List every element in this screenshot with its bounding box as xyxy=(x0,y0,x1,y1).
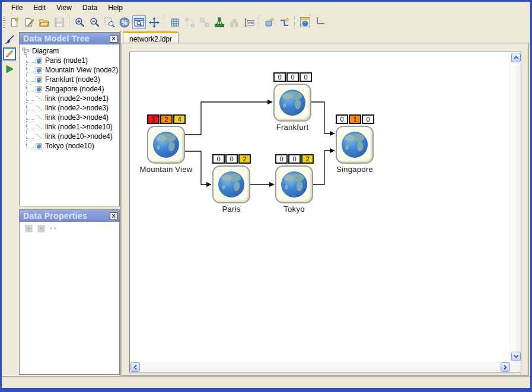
badge: 0 xyxy=(288,154,301,164)
run-icon xyxy=(5,65,14,74)
toolbar-separator xyxy=(69,17,70,28)
badges-mountain-view: 1 2 4 xyxy=(147,114,186,124)
palette-link-button[interactable] xyxy=(313,15,327,29)
scroll-right-icon[interactable] xyxy=(501,362,510,372)
menu-file[interactable]: File xyxy=(6,2,28,13)
badges-frankfurt: 0 0 0 xyxy=(273,72,312,82)
badge: 4 xyxy=(173,114,186,124)
vertical-scrollbar[interactable] xyxy=(511,52,521,362)
badge: 0 xyxy=(362,114,374,124)
style-brush-icon xyxy=(5,34,15,44)
new-node-icon xyxy=(265,17,275,27)
tree-root-diagram[interactable]: Diagram xyxy=(22,46,119,56)
horizontal-scrollbar[interactable] xyxy=(130,362,511,372)
new-document-icon xyxy=(9,17,20,27)
node-icon xyxy=(35,66,43,74)
menu-data[interactable]: Data xyxy=(77,2,103,13)
ungroup-button[interactable] xyxy=(197,15,211,29)
tab-content: 1 2 4 Mountain View 0 0 0 Frankfurt xyxy=(122,43,529,376)
new-document-button[interactable] xyxy=(8,15,21,29)
tree-layout-button[interactable] xyxy=(212,15,226,29)
label-button[interactable]: ab xyxy=(242,15,256,29)
graph-layout-button[interactable] xyxy=(227,15,241,29)
node-singapore[interactable] xyxy=(336,126,374,164)
save-button[interactable] xyxy=(52,15,66,29)
main-toolbar: % ab xyxy=(2,14,530,31)
tree-item-link[interactable]: link (node2->node1) xyxy=(22,94,119,103)
tree-item-node[interactable]: Frankfurt (node3) xyxy=(22,75,119,84)
node-label: Tokyo xyxy=(256,205,333,213)
edit-document-button[interactable] xyxy=(23,15,36,29)
open-folder-icon xyxy=(39,17,49,27)
tree-item-node[interactable]: Mountain View (node2) xyxy=(22,65,119,75)
overview-button[interactable] xyxy=(132,15,146,29)
link-icon xyxy=(35,104,43,112)
data-model-tree-titlebar[interactable]: Data Model Tree X xyxy=(20,33,119,44)
diagram-surface[interactable]: 1 2 4 Mountain View 0 0 0 Frankfurt xyxy=(130,52,511,362)
style-brush-button[interactable] xyxy=(3,33,16,46)
palette-node-button[interactable] xyxy=(298,15,312,29)
pan-button[interactable] xyxy=(147,15,161,29)
tree-item-node[interactable]: Paris (node1) xyxy=(22,56,119,65)
new-node-button[interactable] xyxy=(263,15,276,29)
side-panels: Data Model Tree X Diagram Paris (node1) … xyxy=(17,31,121,376)
node-mountain-view[interactable] xyxy=(147,126,185,164)
tree-item-node[interactable]: Singapore (node4) xyxy=(22,84,119,94)
data-model-tree-panel: Data Model Tree X Diagram Paris (node1) … xyxy=(19,32,120,206)
group-button[interactable] xyxy=(183,15,196,29)
properties-body[interactable] xyxy=(20,235,119,374)
more-dots-icon[interactable] xyxy=(49,226,58,231)
zoom-in-button[interactable] xyxy=(73,15,87,29)
globe-icon xyxy=(278,88,307,117)
remove-property-button[interactable] xyxy=(37,224,46,233)
add-property-button[interactable] xyxy=(24,224,33,233)
scroll-up-icon[interactable] xyxy=(511,53,521,62)
edit-wand-icon xyxy=(24,17,34,27)
zoom-area-button[interactable] xyxy=(103,15,116,29)
zoom-in-icon xyxy=(75,17,85,27)
graph-layout-icon xyxy=(230,18,239,27)
tree-item-link[interactable]: link (node3->node4) xyxy=(22,113,119,122)
tree-item-node[interactable]: Tokyo (node10) xyxy=(22,141,119,151)
label-icon: ab xyxy=(244,17,254,28)
badge: 0 xyxy=(300,72,312,82)
new-link-icon xyxy=(279,17,289,27)
pan-icon xyxy=(149,17,160,28)
tab-network2[interactable]: network2.idpr xyxy=(123,31,179,43)
node-paris[interactable] xyxy=(212,165,250,203)
edit-pencil-button[interactable] xyxy=(3,47,16,60)
ungroup-icon xyxy=(200,18,209,27)
menu-edit[interactable]: Edit xyxy=(28,2,51,13)
node-tokyo[interactable] xyxy=(275,165,313,203)
menu-bar: File Edit View Data Help xyxy=(2,2,530,14)
open-file-button[interactable] xyxy=(37,15,51,29)
model-tree[interactable]: Diagram Paris (node1) Mountain View (nod… xyxy=(20,44,119,151)
badges-singapore: 0 1 0 xyxy=(336,114,374,124)
save-icon xyxy=(55,18,64,27)
tree-item-link[interactable]: link (node1->node10) xyxy=(22,122,119,132)
new-link-button[interactable] xyxy=(278,15,291,29)
tree-item-link[interactable]: link (node10->node4) xyxy=(22,132,119,141)
close-icon[interactable]: X xyxy=(110,35,117,43)
scroll-down-icon[interactable] xyxy=(511,352,521,361)
menu-view[interactable]: View xyxy=(51,2,77,13)
node-icon xyxy=(35,142,43,150)
badges-tokyo: 0 0 2 xyxy=(275,154,314,164)
grid-button[interactable] xyxy=(168,15,181,29)
zoom-out-button[interactable] xyxy=(88,15,101,29)
data-properties-titlebar[interactable]: Data Properties X xyxy=(20,210,119,222)
data-properties-panel: Data Properties X xyxy=(19,209,120,375)
run-button[interactable] xyxy=(3,62,16,75)
scroll-left-icon[interactable] xyxy=(130,362,140,372)
zoom-percent-button[interactable]: % xyxy=(117,15,131,29)
panel-title: Data Model Tree xyxy=(23,34,110,43)
diagram-icon xyxy=(22,47,30,55)
menu-help[interactable]: Help xyxy=(103,2,128,13)
tree-item-link[interactable]: link (node2->node3) xyxy=(22,103,119,113)
node-frankfurt[interactable] xyxy=(273,84,311,122)
globe-icon xyxy=(217,170,246,199)
group-icon xyxy=(185,18,195,27)
close-icon[interactable]: X xyxy=(110,212,117,220)
badge: 2 xyxy=(238,154,251,164)
toolbar-gripper[interactable] xyxy=(3,16,5,29)
